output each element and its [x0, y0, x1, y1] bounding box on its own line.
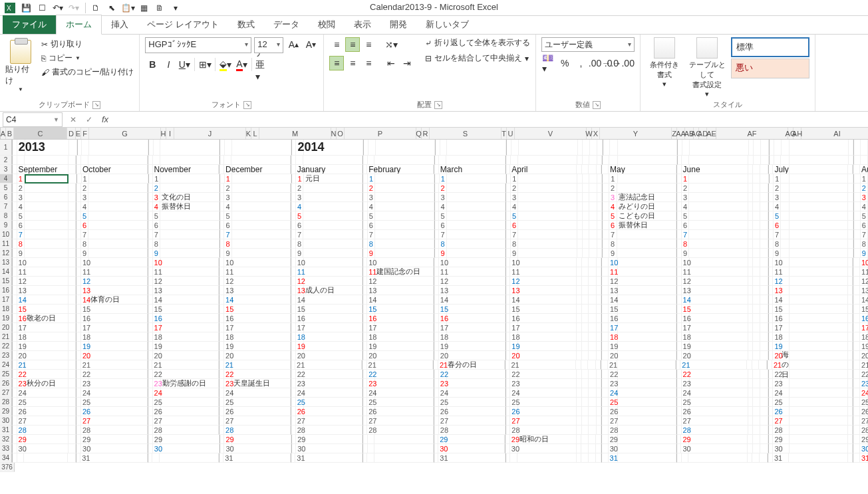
cell[interactable] [589, 351, 596, 360]
cell[interactable]: 6 [439, 221, 446, 230]
cell[interactable] [753, 426, 760, 435]
cell[interactable] [506, 156, 511, 165]
cell[interactable]: 14 [296, 295, 304, 305]
cell[interactable] [291, 193, 296, 202]
cell[interactable] [752, 453, 760, 463]
cell[interactable] [76, 351, 81, 360]
cell[interactable] [690, 305, 748, 314]
cell[interactable] [589, 239, 597, 249]
cell[interactable] [601, 165, 609, 174]
cell[interactable] [447, 416, 506, 426]
cell[interactable] [12, 230, 17, 239]
cell[interactable]: 8 [296, 239, 303, 249]
cell[interactable] [753, 258, 760, 267]
cell[interactable] [219, 388, 224, 398]
cell[interactable] [760, 332, 768, 342]
cell[interactable] [760, 221, 768, 230]
cell[interactable]: 3 [81, 193, 88, 202]
cell[interactable] [790, 426, 848, 435]
cell[interactable] [362, 407, 368, 416]
cell[interactable]: 30 [153, 444, 161, 453]
cell[interactable]: 1 [861, 174, 868, 184]
cell[interactable] [25, 332, 69, 342]
cell-style-bad[interactable]: 悪い [731, 59, 809, 78]
cell[interactable] [12, 174, 17, 184]
cell[interactable]: 18 [81, 332, 89, 342]
cell[interactable] [768, 398, 774, 407]
cell[interactable] [848, 230, 853, 239]
cell[interactable] [577, 416, 581, 426]
cell[interactable] [232, 305, 291, 314]
cell[interactable] [148, 342, 153, 351]
cell[interactable] [375, 202, 434, 211]
doc-icon[interactable]: 🗎 [152, 1, 167, 15]
cell[interactable] [753, 184, 760, 193]
cell[interactable]: 14 [609, 295, 618, 305]
cell[interactable]: 3 [774, 193, 781, 202]
cell[interactable] [781, 444, 789, 453]
cell[interactable] [434, 230, 440, 239]
cell[interactable] [601, 360, 608, 370]
tab-review[interactable]: 校閲 [309, 15, 345, 34]
cell[interactable]: 13 [17, 286, 25, 295]
cell[interactable] [303, 156, 362, 165]
cell[interactable] [12, 267, 17, 277]
row-header[interactable]: 1 [0, 140, 12, 156]
cell[interactable] [583, 184, 590, 193]
cell[interactable] [690, 258, 748, 267]
cell[interactable] [577, 342, 581, 351]
cell[interactable] [304, 332, 362, 342]
cell[interactable] [676, 360, 681, 370]
cell[interactable]: 14 [81, 295, 89, 305]
cell[interactable]: 29 [17, 435, 25, 444]
cell[interactable] [511, 140, 519, 156]
cell[interactable] [790, 398, 848, 407]
cell[interactable] [597, 193, 602, 202]
cell[interactable] [232, 314, 291, 323]
cell[interactable] [753, 277, 760, 286]
cell[interactable] [161, 398, 219, 407]
cell[interactable] [291, 211, 296, 221]
cell[interactable]: 20 [510, 351, 518, 360]
cell[interactable] [434, 174, 440, 184]
cell[interactable] [597, 165, 601, 174]
cell[interactable] [589, 193, 597, 202]
cell[interactable] [853, 370, 860, 379]
cell[interactable] [583, 211, 590, 221]
cell[interactable] [296, 156, 303, 165]
cell[interactable] [362, 305, 368, 314]
cell[interactable] [89, 388, 148, 398]
cell[interactable] [853, 230, 861, 239]
cell[interactable] [577, 249, 582, 258]
cell[interactable]: 2 [368, 184, 375, 193]
cell[interactable] [219, 323, 224, 332]
cell[interactable]: 31 [223, 453, 231, 463]
cell[interactable]: 19 [224, 342, 232, 351]
cell[interactable] [518, 314, 577, 323]
cell[interactable] [596, 435, 601, 444]
cell[interactable] [848, 379, 853, 388]
cell[interactable]: 22 [367, 370, 375, 379]
cell[interactable]: 3 [224, 193, 231, 202]
cell[interactable] [232, 398, 291, 407]
cell[interactable] [506, 379, 511, 388]
cell[interactable]: October [81, 165, 89, 174]
cell[interactable] [589, 156, 597, 165]
cell[interactable]: 24 [224, 388, 232, 398]
cell[interactable] [25, 267, 69, 277]
cell[interactable]: 24 [439, 388, 447, 398]
cell[interactable] [582, 258, 589, 267]
cell[interactable] [25, 416, 69, 426]
cell[interactable] [224, 156, 231, 165]
cell[interactable] [76, 444, 81, 453]
cell[interactable] [25, 286, 69, 295]
cell[interactable] [76, 221, 81, 230]
cell[interactable] [362, 398, 368, 407]
cell[interactable]: 9 [17, 249, 25, 258]
cell[interactable] [597, 295, 601, 305]
cell[interactable] [518, 211, 577, 221]
column-header[interactable]: J [174, 128, 246, 139]
cell[interactable]: 14 [773, 295, 781, 305]
cell[interactable] [848, 444, 853, 453]
cell[interactable]: 29 [609, 435, 618, 444]
